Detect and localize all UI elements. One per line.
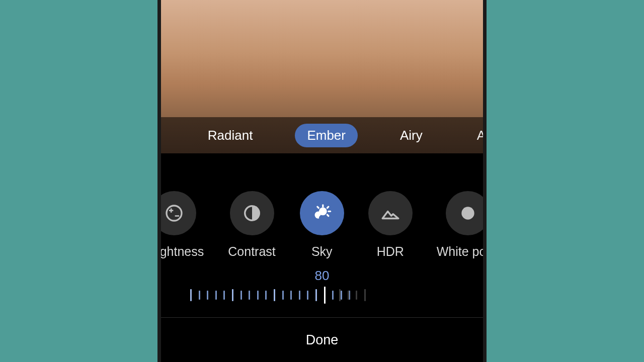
landscape-icon bbox=[380, 203, 401, 224]
adjust-slider[interactable] bbox=[161, 285, 483, 305]
contrast-icon bbox=[243, 204, 262, 223]
filter-strip[interactable]: ous Radiant Ember Airy Afterg bbox=[161, 117, 483, 153]
tool-brightness[interactable]: Brightness bbox=[157, 191, 204, 259]
tool-label: HDR bbox=[377, 244, 404, 259]
svg-rect-2 bbox=[175, 215, 179, 217]
tool-label: Brightness bbox=[157, 244, 204, 259]
tool-sky[interactable]: Sky bbox=[300, 191, 344, 259]
photo-preview[interactable] bbox=[161, 0, 483, 117]
tool-contrast[interactable]: Contrast bbox=[228, 191, 275, 259]
photo-editor-screen: ous Radiant Ember Airy Afterg Brightness bbox=[157, 0, 487, 362]
tool-strip[interactable]: Brightness Contrast bbox=[161, 191, 483, 259]
whitepoint-icon bbox=[458, 204, 477, 223]
tool-white-point[interactable]: White point bbox=[437, 191, 487, 259]
filter-item-airy[interactable]: Airy bbox=[388, 124, 435, 147]
svg-point-10 bbox=[462, 207, 474, 219]
slider-value: 80 bbox=[161, 268, 483, 284]
exposure-icon bbox=[164, 203, 184, 223]
sky-icon bbox=[311, 202, 333, 224]
filter-item-radiant[interactable]: Radiant bbox=[196, 124, 265, 147]
filter-item-partial-right[interactable]: Afterg bbox=[465, 124, 483, 147]
tool-label: Sky bbox=[311, 244, 333, 259]
tool-hdr[interactable]: HDR bbox=[368, 191, 413, 259]
tool-label: White point bbox=[437, 244, 487, 259]
svg-line-9 bbox=[317, 207, 318, 208]
filter-item-ember[interactable]: Ember bbox=[295, 124, 358, 147]
svg-line-8 bbox=[327, 215, 328, 216]
done-label: Done bbox=[306, 332, 339, 348]
svg-rect-1 bbox=[171, 209, 172, 213]
tool-label: Contrast bbox=[228, 244, 275, 259]
done-button[interactable]: Done bbox=[161, 318, 483, 362]
svg-line-6 bbox=[327, 207, 328, 208]
filter-item-partial-left[interactable]: ous bbox=[161, 124, 166, 147]
